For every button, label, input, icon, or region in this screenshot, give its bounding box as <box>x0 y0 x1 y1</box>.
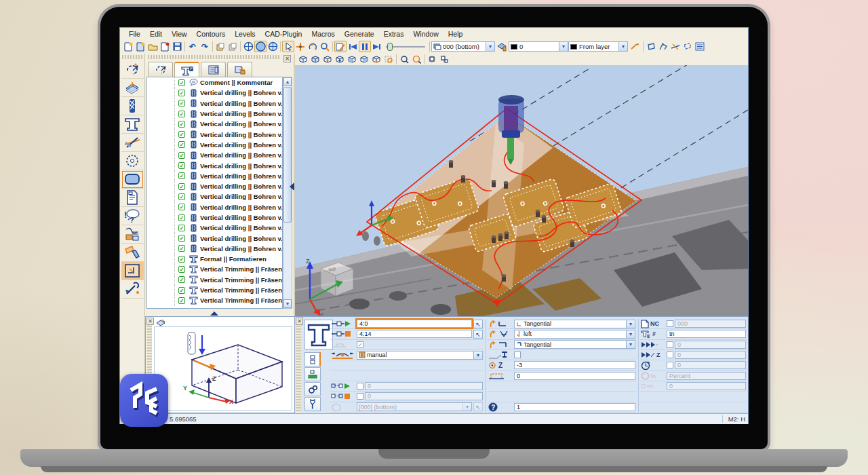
contour-tool-icon[interactable] <box>121 60 144 79</box>
fill-layer-icon[interactable] <box>495 41 509 52</box>
tab-variables-list[interactable] <box>201 62 226 77</box>
toolbar-grip[interactable] <box>122 55 142 59</box>
rotate-view-icon[interactable] <box>307 41 319 52</box>
row-checkbox[interactable]: ✓ <box>178 276 185 283</box>
tree-scrollbar[interactable]: ▲ ▼ <box>283 77 292 309</box>
comment-tool-icon[interactable]: !? <box>121 207 144 225</box>
operation-row[interactable]: ✓ Vertical drilling || Bohren v... <box>147 171 282 181</box>
block-tool-icon[interactable] <box>121 262 144 280</box>
lead-in-combo[interactable]: Tangential▾ <box>514 320 635 328</box>
operation-row[interactable]: ✓ Vertical Trimming || Fräsen ... <box>147 295 282 305</box>
tab-geometry[interactable] <box>304 352 321 366</box>
close-icon[interactable]: ✕ <box>283 55 291 62</box>
tool-side-combo[interactable]: left▾ <box>514 330 635 339</box>
paste-contour-icon[interactable] <box>226 41 239 52</box>
operation-row[interactable]: ✓ Vertical drilling || Bohren v... <box>147 202 282 212</box>
frame-offset-field[interactable]: 0 <box>514 372 635 380</box>
menu-item[interactable]: Help <box>443 29 468 39</box>
zoom-orbit-icon[interactable] <box>319 41 331 52</box>
view-left-icon[interactable] <box>346 54 358 65</box>
view-right-icon[interactable] <box>358 54 370 65</box>
operation-row[interactable]: ✓ Vertical drilling || Bohren v... <box>147 160 282 170</box>
preview-canvas[interactable]: Z X Y <box>154 326 292 411</box>
extend-end-field[interactable]: 0 <box>365 392 483 400</box>
tab-operations[interactable] <box>174 62 199 77</box>
save-icon[interactable] <box>171 41 183 52</box>
operation-row[interactable]: ✓ Vertical drilling || Bohren v... <box>147 233 282 243</box>
zoom-fit-icon[interactable] <box>410 54 422 65</box>
row-checkbox[interactable]: ✓ <box>178 79 185 86</box>
tab-machine[interactable] <box>227 62 252 77</box>
new-template-icon[interactable] <box>134 41 146 52</box>
spindle-speed-field[interactable]: 0 <box>675 361 746 369</box>
nc-checkbox[interactable] <box>667 320 673 327</box>
spindle-speed-checkbox[interactable] <box>667 362 673 368</box>
color-combo[interactable]: 0▾ <box>509 41 568 52</box>
feed-rate-field[interactable]: 0 <box>675 341 746 349</box>
tab-technology[interactable] <box>304 382 321 396</box>
approach-mode-combo[interactable]: manual▾ <box>357 351 483 360</box>
vertical-drilling-tool-icon[interactable] <box>121 97 144 115</box>
row-checkbox[interactable]: ✓ <box>178 225 185 231</box>
variables-tool-icon[interactable] <box>121 225 144 244</box>
feed-z-checkbox[interactable] <box>667 352 673 358</box>
menu-item[interactable]: Window <box>408 29 443 39</box>
operation-row[interactable]: ✓ Vertical drilling || Bohren v... <box>147 150 282 160</box>
row-checkbox[interactable]: ✓ <box>178 141 185 148</box>
grid-origin-icon[interactable] <box>426 54 438 65</box>
closed-contour-checkbox[interactable]: ✓ <box>357 341 363 348</box>
extend-start-field[interactable]: 0 <box>365 382 483 390</box>
row-checkbox[interactable]: ✓ <box>178 100 185 107</box>
menu-item[interactable]: CAD-Plugin <box>260 29 307 39</box>
linestyle-combo[interactable]: From layer▾ <box>568 41 628 52</box>
step-forward-icon[interactable] <box>371 41 383 52</box>
collapse-panel-arrow[interactable] <box>210 311 218 316</box>
operation-row[interactable]: ✓ Vertical drilling || Bohren v... <box>147 88 282 98</box>
tab-levels[interactable] <box>304 367 321 381</box>
row-checkbox[interactable]: ✓ <box>178 183 185 190</box>
scroll-thumb[interactable] <box>283 87 292 223</box>
operation-row[interactable]: ✓ Vertical Trimming || Fräsen ... <box>147 264 282 274</box>
properties-list-icon[interactable] <box>694 41 706 52</box>
pick-start-button[interactable]: ↖ <box>473 320 483 328</box>
operation-row[interactable]: ✓ Vertical drilling || Bohren v... <box>147 212 282 223</box>
row-checkbox[interactable]: ✓ <box>178 172 185 179</box>
feed-z-field[interactable]: 0 <box>675 351 746 359</box>
lead-out-combo[interactable]: Tangential▾ <box>514 340 635 349</box>
repetitions-field[interactable]: 1 <box>514 403 635 411</box>
extend-start-checkbox[interactable] <box>357 383 363 390</box>
row-checkbox[interactable]: ✓ <box>178 162 185 169</box>
menu-item[interactable]: File <box>124 29 145 39</box>
zoom-window-icon[interactable] <box>382 54 395 65</box>
chevron-down-icon[interactable]: ▾ <box>486 42 494 51</box>
view-hidden-line-icon[interactable] <box>267 41 279 52</box>
row-checkbox[interactable]: ✓ <box>178 214 185 221</box>
special-tools-icon[interactable] <box>121 280 144 299</box>
operation-row[interactable]: ✓ Vertical drilling || Bohren v... <box>147 191 282 202</box>
menu-item[interactable]: Edit <box>145 29 167 39</box>
nc-field[interactable]: 000 <box>675 320 746 328</box>
pick-layer-button[interactable]: ↖ <box>473 402 483 411</box>
menu-item[interactable]: Levels <box>230 29 260 39</box>
z-depth-field[interactable]: -3 <box>514 361 635 369</box>
layer-combo[interactable]: 000 (bottom)▾ <box>431 41 495 52</box>
close-icon[interactable]: ✕ <box>146 318 154 325</box>
view-shaded-icon[interactable] <box>254 41 267 52</box>
circular-saw-tool-icon[interactable] <box>121 152 144 170</box>
extend-end-checkbox[interactable] <box>357 393 363 400</box>
contour-end-field[interactable]: 4:14 <box>357 330 472 338</box>
row-checkbox[interactable]: ✓ <box>178 193 185 200</box>
nesting-tool-icon[interactable] <box>121 244 144 262</box>
operation-row[interactable]: ✓ Vertical Trimming || Fräsen ... <box>147 275 282 285</box>
redo-icon[interactable]: ↷ <box>199 41 211 52</box>
pause-icon[interactable] <box>359 41 371 52</box>
view-bottom-icon[interactable] <box>370 54 382 65</box>
panel-grip[interactable] <box>148 55 280 59</box>
menu-item[interactable]: Extras <box>379 29 409 39</box>
zoom-in-icon[interactable] <box>398 54 410 65</box>
row-checkbox[interactable]: ✓ <box>178 245 185 252</box>
scroll-down-icon[interactable]: ▼ <box>283 299 292 308</box>
row-checkbox[interactable]: ✓ <box>178 131 185 138</box>
help-icon[interactable]: ? <box>488 402 513 412</box>
view-back-icon[interactable] <box>334 54 346 65</box>
